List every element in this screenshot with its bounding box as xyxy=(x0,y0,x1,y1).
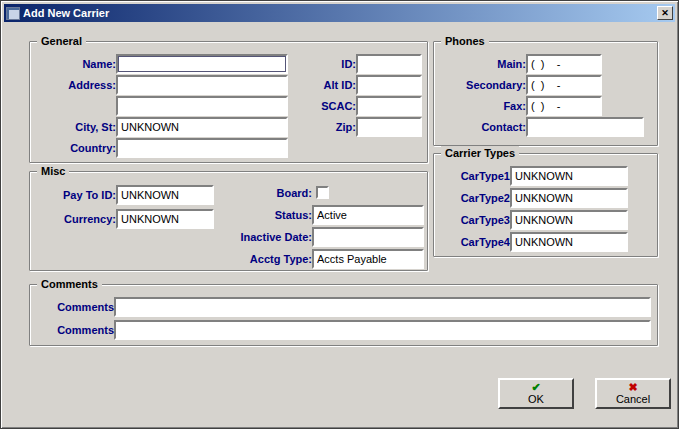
cartype4-input[interactable] xyxy=(510,232,628,252)
cancel-button[interactable]: ✖ Cancel xyxy=(595,378,671,409)
country-input[interactable] xyxy=(116,138,288,158)
ok-button-label: OK xyxy=(528,393,544,406)
fax-input[interactable] xyxy=(526,96,602,116)
board-label: Board: xyxy=(180,183,312,203)
group-general: General Name: Address: City, St: Country… xyxy=(29,41,428,163)
scac-input[interactable] xyxy=(356,96,422,116)
close-icon[interactable]: ✕ xyxy=(657,6,673,20)
address-label: Address: xyxy=(34,75,116,95)
cartype3-label: CarType3 xyxy=(438,210,510,230)
status-input[interactable] xyxy=(312,205,424,225)
id-input[interactable] xyxy=(356,54,422,74)
group-misc-legend: Misc xyxy=(37,164,69,178)
address-input[interactable] xyxy=(116,75,288,95)
status-label: Status: xyxy=(180,205,312,225)
address2-input[interactable] xyxy=(116,96,288,116)
name-input[interactable] xyxy=(116,54,288,74)
group-phones-legend: Phones xyxy=(441,34,489,48)
ok-button[interactable]: ✔ OK xyxy=(498,378,574,409)
secondary-phone-label: Secondary: xyxy=(438,75,526,95)
id-label: ID: xyxy=(280,54,356,74)
secondary-phone-input[interactable] xyxy=(526,75,602,95)
comments2-input[interactable] xyxy=(114,320,651,340)
zip-input[interactable] xyxy=(356,117,422,137)
acctg-type-label: Acctg Type: xyxy=(180,249,312,269)
contact-input[interactable] xyxy=(526,117,644,137)
pay-to-id-label: Pay To ID: xyxy=(34,185,116,205)
window-title: Add New Carrier xyxy=(23,7,657,19)
group-comments: Comments Comments Comments xyxy=(29,284,658,346)
ok-check-icon: ✔ xyxy=(531,381,540,393)
currency-label: Currency: xyxy=(34,209,116,229)
comments2-label: Comments xyxy=(34,320,114,340)
app-icon xyxy=(6,7,20,20)
contact-label: Contact: xyxy=(438,117,526,137)
fax-label: Fax: xyxy=(438,96,526,116)
city-st-label: City, St: xyxy=(34,117,116,137)
title-bar[interactable]: Add New Carrier ✕ xyxy=(4,4,675,22)
cartype3-input[interactable] xyxy=(510,210,628,230)
group-carrier-types: Carrier Types CarType1 CarType2 CarType3… xyxy=(433,153,658,257)
acctg-type-input[interactable] xyxy=(312,249,424,269)
board-checkbox[interactable] xyxy=(316,186,329,199)
main-phone-label: Main: xyxy=(438,54,526,74)
inactive-date-label: Inactive Date: xyxy=(180,227,312,247)
comments1-input[interactable] xyxy=(114,297,651,317)
group-phones: Phones Main: Secondary: Fax: Contact: xyxy=(433,41,658,146)
group-general-legend: General xyxy=(37,34,86,48)
cartype2-label: CarType2 xyxy=(438,188,510,208)
group-misc: Misc Pay To ID: Currency: Board: Status:… xyxy=(29,171,428,271)
zip-label: Zip: xyxy=(280,117,356,137)
group-comments-legend: Comments xyxy=(37,277,102,291)
name-label: Name: xyxy=(34,54,116,74)
comments1-label: Comments xyxy=(34,297,114,317)
cancel-button-label: Cancel xyxy=(616,393,650,406)
group-carrier-types-legend: Carrier Types xyxy=(441,146,519,160)
cartype2-input[interactable] xyxy=(510,188,628,208)
country-label: Country: xyxy=(34,138,116,158)
inactive-date-input[interactable] xyxy=(312,227,424,247)
main-phone-input[interactable] xyxy=(526,54,602,74)
alt-id-input[interactable] xyxy=(356,75,422,95)
cartype1-label: CarType1 xyxy=(438,166,510,186)
cartype4-label: CarType4 xyxy=(438,232,510,252)
cancel-x-icon: ✖ xyxy=(628,381,637,393)
add-new-carrier-dialog: Add New Carrier ✕ General Name: Address:… xyxy=(0,0,679,429)
scac-label: SCAC: xyxy=(280,96,356,116)
cartype1-input[interactable] xyxy=(510,166,628,186)
city-st-input[interactable] xyxy=(116,117,288,137)
alt-id-label: Alt ID: xyxy=(280,75,356,95)
